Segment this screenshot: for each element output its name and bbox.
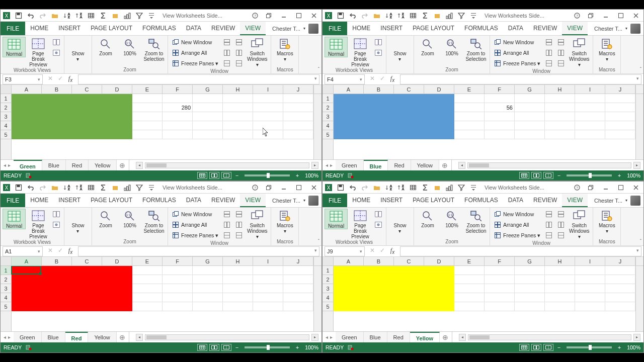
cell[interactable] bbox=[12, 293, 42, 302]
col-header[interactable]: C bbox=[394, 257, 424, 265]
cell[interactable] bbox=[42, 284, 72, 293]
zoom-level[interactable]: 100% bbox=[627, 172, 640, 178]
fill-color-icon[interactable] bbox=[111, 12, 119, 20]
switch-windows-button[interactable]: Switch Windows ▾ bbox=[568, 209, 591, 239]
cell[interactable] bbox=[515, 121, 545, 130]
autosum-icon[interactable] bbox=[421, 184, 429, 192]
formula-input[interactable] bbox=[400, 246, 641, 256]
cell[interactable] bbox=[72, 293, 102, 302]
sort-asc-icon[interactable]: AZ bbox=[63, 12, 71, 20]
vertical-scrollbar[interactable] bbox=[313, 94, 321, 159]
cell[interactable] bbox=[394, 103, 424, 112]
select-all-corner[interactable] bbox=[323, 257, 334, 265]
zoom-out-icon[interactable]: − bbox=[555, 344, 562, 350]
cell[interactable] bbox=[72, 112, 102, 121]
col-header[interactable]: I bbox=[253, 257, 283, 265]
sheet-tab-blue[interactable]: Blue bbox=[42, 160, 66, 171]
col-header[interactable]: E bbox=[454, 85, 485, 94]
row-header[interactable]: 5 bbox=[1, 302, 11, 311]
user-account[interactable]: Chester T...▾ bbox=[591, 194, 643, 207]
cell[interactable] bbox=[334, 130, 364, 139]
cell[interactable] bbox=[515, 266, 545, 275]
cell[interactable] bbox=[545, 103, 575, 112]
cell[interactable] bbox=[12, 112, 42, 121]
ribbon-tab-formulas[interactable]: FORMULAS bbox=[459, 22, 503, 35]
cell[interactable] bbox=[12, 130, 42, 139]
sync-scroll-button[interactable] bbox=[555, 48, 567, 58]
cell[interactable] bbox=[163, 266, 193, 275]
cell[interactable] bbox=[545, 302, 575, 311]
row-header[interactable]: 2 bbox=[323, 275, 333, 284]
normal-view-icon[interactable] bbox=[519, 344, 529, 351]
cell[interactable] bbox=[424, 112, 454, 121]
row-header[interactable]: 3 bbox=[323, 284, 333, 293]
zoom-slider[interactable] bbox=[245, 346, 290, 348]
view-side-by-side-button[interactable] bbox=[233, 37, 245, 47]
show-button[interactable]: Show▾ bbox=[388, 37, 412, 62]
help-icon[interactable]: ? bbox=[573, 184, 581, 192]
cell[interactable] bbox=[334, 112, 364, 121]
fill-color-icon[interactable] bbox=[111, 184, 119, 192]
col-header[interactable]: D bbox=[424, 85, 454, 94]
table-icon[interactable] bbox=[87, 12, 95, 20]
cell[interactable] bbox=[605, 302, 635, 311]
zoom-100-button[interactable]: 1:1100% bbox=[118, 37, 141, 56]
cell[interactable] bbox=[132, 103, 163, 112]
sheet-tab-red[interactable]: Red bbox=[66, 160, 89, 171]
zoom-out-icon[interactable]: − bbox=[233, 344, 240, 350]
close-button[interactable] bbox=[308, 183, 319, 192]
file-tab[interactable]: FILE bbox=[323, 22, 347, 35]
vertical-scrollbar[interactable] bbox=[313, 266, 321, 331]
page-layout-view-icon[interactable] bbox=[531, 344, 541, 351]
user-account[interactable]: Chester T...▾ bbox=[591, 22, 643, 35]
ribbon-tab-page layout[interactable]: PAGE LAYOUT bbox=[86, 22, 137, 35]
cell[interactable] bbox=[253, 275, 283, 284]
ribbon-display-icon[interactable] bbox=[585, 11, 596, 20]
cell[interactable] bbox=[193, 275, 223, 284]
cell[interactable] bbox=[424, 130, 454, 139]
cell[interactable] bbox=[283, 112, 313, 121]
view-side-by-side-button[interactable] bbox=[555, 37, 567, 47]
cell[interactable] bbox=[163, 293, 193, 302]
zoom-100-button[interactable]: 1:1100% bbox=[440, 37, 463, 56]
sort-desc-icon[interactable]: ZA bbox=[397, 12, 405, 20]
cell[interactable] bbox=[485, 302, 515, 311]
cell[interactable] bbox=[515, 103, 545, 112]
cell[interactable] bbox=[12, 103, 42, 112]
col-header[interactable]: C bbox=[72, 85, 102, 94]
cell[interactable] bbox=[575, 302, 605, 311]
col-header[interactable]: D bbox=[102, 257, 132, 265]
zoom-level[interactable]: 100% bbox=[305, 172, 318, 178]
cell[interactable] bbox=[102, 94, 132, 103]
horizontal-scrollbar[interactable] bbox=[467, 162, 631, 168]
cell[interactable] bbox=[394, 275, 424, 284]
cell[interactable] bbox=[163, 275, 193, 284]
cell[interactable] bbox=[545, 94, 575, 103]
cell[interactable] bbox=[334, 302, 364, 311]
cell[interactable] bbox=[545, 130, 575, 139]
chart-icon[interactable] bbox=[445, 184, 453, 192]
cell[interactable] bbox=[253, 121, 283, 130]
row-header[interactable]: 4 bbox=[1, 293, 11, 302]
file-tab[interactable]: FILE bbox=[323, 194, 347, 207]
insert-function-icon[interactable]: fx bbox=[389, 247, 396, 255]
cell[interactable] bbox=[605, 94, 635, 103]
freeze-panes-button[interactable]: Freeze Panes ▾ bbox=[170, 58, 220, 68]
cell[interactable] bbox=[132, 284, 163, 293]
tab-scroll-right-icon[interactable]: ▸ bbox=[330, 162, 333, 168]
col-header[interactable]: F bbox=[485, 85, 515, 94]
col-header[interactable]: G bbox=[515, 85, 545, 94]
cell[interactable] bbox=[223, 275, 253, 284]
cell[interactable] bbox=[605, 130, 635, 139]
page-layout-button[interactable] bbox=[51, 37, 62, 47]
cell[interactable] bbox=[12, 284, 42, 293]
cell[interactable] bbox=[283, 302, 313, 311]
cell[interactable] bbox=[545, 293, 575, 302]
cell[interactable] bbox=[485, 121, 515, 130]
page-break-view-icon[interactable] bbox=[221, 344, 231, 351]
cell[interactable] bbox=[102, 103, 132, 112]
col-header[interactable]: G bbox=[193, 257, 223, 265]
sort-desc-icon[interactable]: ZA bbox=[397, 184, 405, 192]
ribbon-tab-view[interactable]: VIEW bbox=[562, 22, 588, 35]
row-header[interactable]: 4 bbox=[323, 293, 333, 302]
